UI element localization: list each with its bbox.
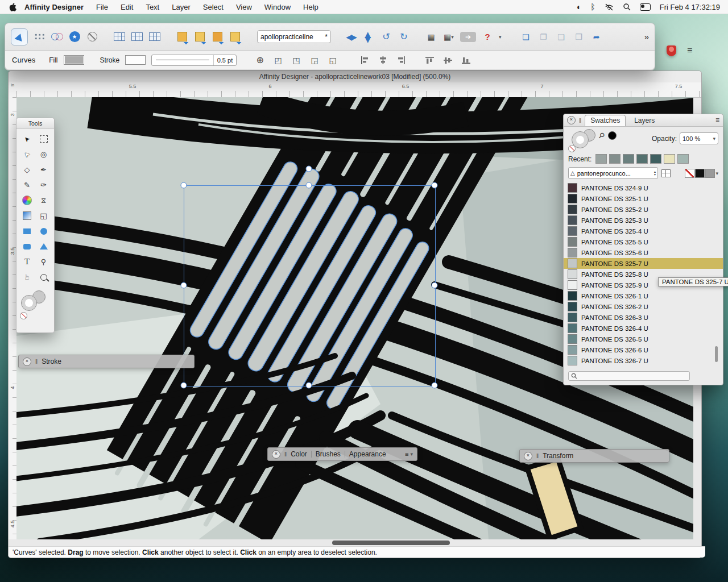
scale-with-object-icon[interactable]: ◳ — [290, 53, 303, 67]
hamburger-menu-icon[interactable]: ≡ — [687, 45, 692, 56]
swatch-row[interactable]: PANTONE DS 325-3 U — [564, 215, 723, 226]
swatch-row[interactable]: PANTONE DS 325-5 U — [564, 236, 723, 247]
swatch-row[interactable]: PANTONE DS 326-2 U — [564, 301, 723, 312]
panel-menu-icon[interactable]: ≡ — [405, 451, 408, 458]
menu-layer[interactable]: Layer — [172, 3, 191, 11]
ellipse-tool[interactable] — [35, 224, 52, 238]
menu-file[interactable]: File — [96, 3, 108, 11]
vector-crop-tool[interactable]: ◱ — [35, 209, 52, 223]
snap-option-icon-2[interactable] — [193, 30, 206, 44]
box-option2-icon[interactable]: ◱ — [326, 53, 339, 67]
snap-option-icon-1[interactable] — [176, 30, 188, 44]
display-contrast-icon[interactable]: ◐ — [577, 2, 581, 11]
tab-color[interactable]: Color — [291, 450, 307, 458]
close-icon[interactable]: × — [567, 116, 576, 124]
document-name-field[interactable]: apollopracticeline * — [257, 30, 331, 43]
menu-select[interactable]: Select — [203, 3, 224, 11]
triangle-tool[interactable] — [35, 239, 52, 253]
align-middle-icon[interactable] — [441, 53, 454, 67]
tab-appearance[interactable]: Appearance — [349, 450, 386, 458]
swatch-row[interactable]: PANTONE DS 326-5 U — [564, 334, 723, 344]
transparency-tool[interactable]: ⧖ — [35, 193, 52, 207]
selection-rotate-handle[interactable] — [306, 166, 312, 172]
selection-handle-left[interactable] — [181, 282, 187, 289]
toolbar-overflow-icon[interactable]: » — [644, 32, 649, 41]
color-picker-tool[interactable]: ⚲ — [35, 255, 52, 269]
opacity-select[interactable]: 100 % ▾ — [680, 132, 718, 144]
recent-color-chip[interactable] — [664, 154, 675, 164]
help-caret-icon[interactable]: ▾ — [499, 34, 502, 40]
brush-tool[interactable]: ✑ — [35, 178, 52, 192]
swatch-row[interactable]: PANTONE DS 325-2 U — [564, 204, 723, 215]
recent-color-chip[interactable] — [623, 154, 634, 164]
stroke-panel-header[interactable]: × ‖ Stroke — [18, 355, 195, 368]
no-color-icon[interactable] — [568, 145, 576, 152]
align-bottom-icon[interactable] — [460, 53, 472, 67]
alignment-icon[interactable]: ▦ — [425, 30, 437, 44]
no-color-chip[interactable] — [685, 169, 694, 178]
help-icon[interactable]: ? — [481, 30, 494, 44]
palette-dropdown[interactable]: △ pantoneprocunco... ▴▾ — [568, 167, 658, 179]
grid-options-icon-1[interactable] — [113, 30, 126, 44]
menu-view[interactable]: View — [236, 3, 252, 11]
horizontal-scrollbar[interactable] — [16, 539, 693, 546]
menu-text[interactable]: Text — [146, 3, 159, 11]
stroke-panel-title[interactable]: Stroke — [42, 357, 61, 365]
point-transform-tool[interactable]: ◎ — [35, 147, 52, 161]
swatch-row[interactable]: PANTONE DS 326-1 U — [564, 290, 723, 301]
menu-edit[interactable]: Edit — [121, 3, 133, 11]
collapse-icon[interactable]: ‖ — [579, 118, 581, 124]
gradient-tool[interactable] — [19, 209, 35, 223]
move-tool[interactable]: ➤ — [19, 132, 35, 146]
color-profiles-icon[interactable] — [51, 30, 63, 44]
color-wheel-tool[interactable] — [19, 193, 35, 207]
rounded-rectangle-tool[interactable] — [19, 239, 35, 253]
swatch-row[interactable]: PANTONE DS 326-6 U — [564, 344, 723, 355]
swatch-row-selected[interactable]: PANTONE DS 325-7 U — [564, 258, 723, 269]
eyedropper-icon[interactable]: ⚲ — [597, 131, 606, 140]
swatch-row[interactable]: PANTONE DS 324-9 U — [564, 182, 723, 193]
marquee-tool[interactable] — [35, 132, 52, 146]
pencil-tool[interactable]: ✎ — [19, 178, 35, 192]
hand-tool[interactable]: ☞ — [19, 270, 35, 284]
rotate-ccw-icon[interactable]: ↺ — [380, 30, 392, 44]
menu-window[interactable]: Window — [264, 3, 291, 11]
snap-option-icon-3[interactable] — [211, 30, 224, 44]
swatch-view-grid-icon[interactable] — [661, 169, 671, 177]
transform-panel-title[interactable]: Transform — [543, 452, 573, 460]
swatch-row[interactable]: PANTONE DS 326-3 U — [564, 312, 723, 323]
apps-grid-icon[interactable] — [33, 30, 46, 44]
align-left-icon[interactable] — [358, 53, 371, 67]
arrange-grid-icon[interactable]: ▦▾ — [442, 30, 455, 44]
shield-icon[interactable] — [667, 45, 676, 56]
transform-panel-header[interactable]: × ‖ Transform — [519, 449, 669, 463]
recent-color-chip[interactable] — [609, 154, 621, 164]
gray-color-chip[interactable] — [705, 169, 715, 178]
control-center-icon[interactable] — [640, 3, 651, 11]
close-icon[interactable]: × — [272, 450, 280, 459]
collapse-icon[interactable]: ‖ — [35, 359, 38, 365]
recent-color-chip[interactable] — [650, 154, 661, 164]
selection-handle-right[interactable] — [432, 282, 438, 289]
recent-color-chip[interactable] — [677, 154, 689, 164]
recent-color-chip[interactable] — [636, 154, 648, 164]
selection-handle-bottom-left[interactable] — [181, 383, 187, 389]
tab-layers[interactable]: Layers — [629, 115, 660, 126]
selection-handle-top[interactable] — [306, 182, 312, 189]
node-tool[interactable]: ➤ — [19, 147, 35, 161]
no-style-icon[interactable] — [86, 30, 98, 44]
black-color-chip[interactable] — [695, 169, 705, 178]
transform-origin-icon[interactable]: ◰ — [272, 53, 284, 67]
rectangle-tool[interactable] — [19, 224, 35, 238]
align-center-icon[interactable] — [377, 53, 389, 67]
swatch-row[interactable]: PANTONE DS 325-1 U — [564, 193, 723, 204]
no-color-icon[interactable] — [20, 312, 27, 319]
fill-color-well[interactable] — [21, 295, 37, 311]
swatch-scrollbar-thumb[interactable] — [715, 346, 718, 362]
recent-color-chip[interactable] — [595, 154, 607, 164]
favorites-icon[interactable]: ★ — [68, 30, 81, 44]
swatch-row[interactable]: PANTONE DS 326-7 U — [564, 355, 723, 365]
fill-swatch[interactable] — [64, 55, 84, 65]
spotlight-search-icon[interactable] — [623, 3, 631, 11]
align-top-icon[interactable] — [423, 53, 436, 67]
